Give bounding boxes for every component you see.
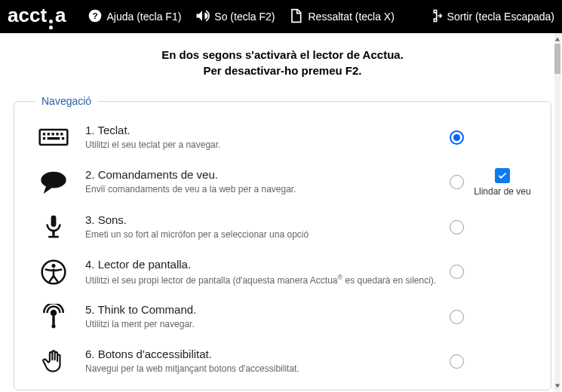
- intro-line1: En dos segons s'activarà el lector de Ac…: [14, 47, 551, 63]
- option-title: 6. Botons d'accessibilitat.: [85, 348, 441, 360]
- sound-button[interactable]: So (tecla F2): [195, 8, 275, 26]
- option-a11y-buttons: 6. Botons d'accessibilitat. Navegui per …: [32, 348, 533, 375]
- topbar: accta ? Ajuda (tecla F1) So (tecla F2) R…: [0, 0, 562, 33]
- option-screenreader: 4. Lector de pantalla. Utilitzi el seu p…: [32, 258, 533, 287]
- option-desc: Utilitzi el seu propi lector de pantalla…: [85, 274, 441, 287]
- option-voice: 2. Comandaments de veu. Enviï comandamen…: [32, 168, 533, 197]
- exit-label: Sortir (tecla Escapada): [447, 11, 554, 23]
- option-title: 1. Teclat.: [85, 124, 441, 136]
- accessibility-icon: [32, 259, 75, 285]
- svg-rect-14: [48, 236, 59, 238]
- svg-rect-4: [48, 133, 50, 135]
- option-radio-a11y-buttons[interactable]: [450, 354, 464, 369]
- intro-line2: Per desactivar-ho premeu F2.: [14, 63, 551, 78]
- speech-bubble-icon: [32, 170, 75, 195]
- option-radio-sounds[interactable]: [450, 220, 464, 234]
- option-desc: Utilitzi la ment per navegar.: [85, 319, 441, 331]
- option-desc: Emeti un so fort al micrófon per a selec…: [85, 229, 441, 241]
- voice-threshold-checkbox[interactable]: [495, 168, 510, 183]
- option-title: 3. Sons.: [85, 213, 441, 226]
- microphone-icon: [32, 214, 75, 240]
- intro-text: En dos segons s'activarà el lector de Ac…: [14, 47, 551, 78]
- option-keyboard: 1. Teclat. Utilitzi el seu teclat per a …: [32, 124, 533, 152]
- option-desc: Enviï comandaments de veu a la web per a…: [85, 184, 441, 196]
- svg-rect-12: [51, 216, 57, 227]
- main-content: En dos segons s'activarà el lector de Ac…: [0, 33, 562, 392]
- svg-rect-10: [62, 137, 64, 139]
- highlight-button[interactable]: Ressaltat (tecla X): [288, 8, 394, 26]
- help-button[interactable]: ? Ajuda (tecla F1): [88, 8, 182, 26]
- svg-point-16: [51, 264, 55, 268]
- option-radio-screenreader[interactable]: [450, 265, 464, 279]
- broadcast-icon: [32, 304, 75, 329]
- svg-point-11: [41, 172, 66, 188]
- keyboard-icon: [32, 124, 75, 150]
- svg-rect-6: [56, 133, 58, 135]
- svg-rect-3: [43, 133, 45, 135]
- document-icon: [288, 8, 303, 26]
- voice-threshold: Llindar de veu: [472, 168, 533, 197]
- exit-icon: [428, 8, 443, 26]
- option-desc: Utilitzi el seu teclat per a navegar.: [85, 139, 441, 152]
- svg-point-19: [51, 325, 55, 329]
- highlight-label: Ressaltat (tecla X): [308, 11, 394, 23]
- voice-threshold-label: Llindar de veu: [474, 186, 530, 197]
- scroll-up-icon[interactable]: [554, 36, 560, 42]
- option-title: 2. Comandaments de veu.: [85, 168, 441, 181]
- scrollbar-track[interactable]: [554, 33, 560, 392]
- option-sounds: 3. Sons. Emeti un so fort al micrófon pe…: [32, 213, 533, 241]
- option-desc: Navegui per la web mitjançant botons d'a…: [85, 363, 441, 375]
- sound-icon: [195, 8, 210, 26]
- svg-rect-8: [43, 137, 45, 139]
- option-title: 5. Think to Command.: [85, 303, 441, 316]
- scrollbar-thumb[interactable]: [554, 44, 560, 74]
- svg-rect-5: [52, 133, 54, 135]
- scroll-down-icon[interactable]: [554, 383, 560, 389]
- svg-rect-9: [48, 137, 60, 139]
- svg-text:?: ?: [92, 11, 97, 20]
- svg-rect-7: [60, 133, 63, 135]
- navigation-fieldset: Navegació 1. Teclat. Utilitzi el seu tec…: [14, 95, 551, 390]
- option-radio-keyboard[interactable]: [450, 130, 464, 145]
- option-think: 5. Think to Command. Utilitzi la ment pe…: [32, 303, 533, 331]
- help-label: Ajuda (tecla F1): [107, 11, 182, 23]
- svg-rect-13: [52, 231, 54, 236]
- logo: accta: [8, 4, 66, 29]
- fieldset-legend: Navegació: [35, 95, 97, 107]
- option-title: 4. Lector de pantalla.: [85, 258, 441, 271]
- hand-icon: [32, 348, 75, 374]
- svg-point-17: [51, 310, 57, 317]
- option-radio-think[interactable]: [450, 310, 464, 324]
- option-radio-voice[interactable]: [450, 175, 464, 189]
- svg-rect-18: [52, 317, 54, 326]
- help-icon: ?: [88, 8, 103, 26]
- exit-button[interactable]: Sortir (tecla Escapada): [428, 8, 554, 26]
- sound-label: So (tecla F2): [214, 11, 275, 23]
